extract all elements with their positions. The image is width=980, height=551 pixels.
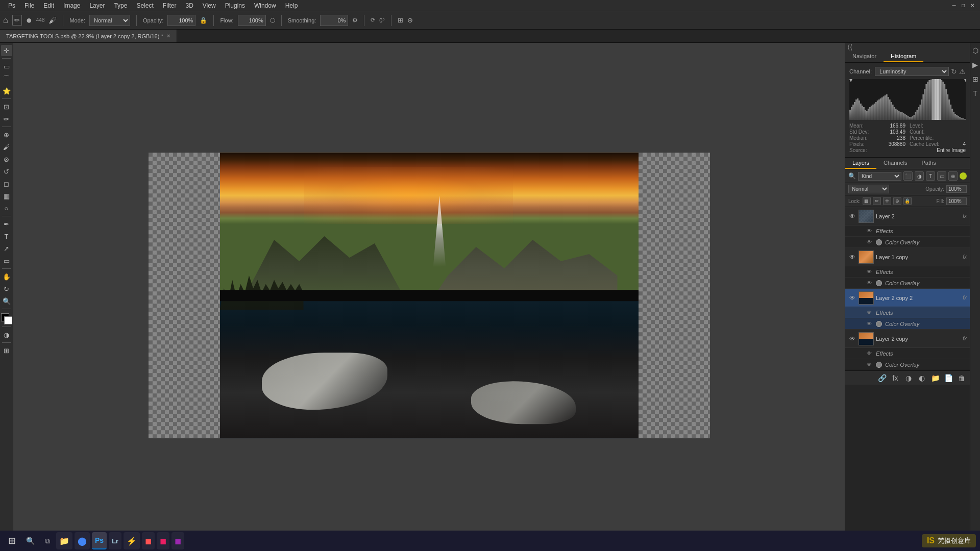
menu-select[interactable]: Select xyxy=(132,1,157,10)
gradient-tool[interactable]: ▦ xyxy=(1,190,12,202)
menu-3d[interactable]: 3D xyxy=(181,1,197,10)
lock-transparent-icon[interactable]: ▦ xyxy=(863,197,871,205)
symmetry-icon[interactable]: ⊕ xyxy=(407,16,413,24)
tab-close-button[interactable]: ✕ xyxy=(166,33,170,39)
hand-tool[interactable]: ✋ xyxy=(1,271,12,282)
opacity-value-input[interactable] xyxy=(946,185,967,193)
taskbar-lightroom[interactable]: Lr xyxy=(109,532,121,549)
menu-filter[interactable]: Filter xyxy=(159,1,181,10)
history-brush-tool[interactable]: ↺ xyxy=(1,166,12,177)
filter-active-toggle[interactable] xyxy=(960,172,967,180)
menu-edit[interactable]: Edit xyxy=(39,1,58,10)
taskbar-app3[interactable]: ◼ xyxy=(172,532,184,549)
quick-mask-toggle[interactable]: ◑ xyxy=(1,329,12,340)
add-mask-button[interactable]: ◑ xyxy=(903,373,914,383)
lock-all-icon[interactable]: 🔒 xyxy=(903,197,912,205)
adjust-icon[interactable]: ⊞ xyxy=(970,73,981,85)
brush-preset-icon[interactable]: 🖌 xyxy=(48,16,57,25)
magic-wand-tool[interactable]: ⭐ xyxy=(1,85,12,96)
taskbar-app2[interactable]: ◼ xyxy=(157,532,169,549)
filter-pixel-icon[interactable]: ⬛ xyxy=(903,171,913,181)
dodge-tool[interactable]: ○ xyxy=(1,203,12,214)
menu-file[interactable]: File xyxy=(20,1,38,10)
fill-value-input[interactable] xyxy=(946,197,967,205)
histogram-warning-icon[interactable]: ⚠ xyxy=(959,67,966,76)
lock-pixels-icon[interactable]: ✏ xyxy=(873,197,881,205)
shape-tool[interactable]: ▭ xyxy=(1,255,12,266)
brush-tool-icon[interactable]: ✏ xyxy=(12,15,22,26)
home-icon[interactable]: ⌂ xyxy=(3,16,8,25)
layer1copy-visibility-toggle[interactable]: 👁 xyxy=(848,253,856,261)
task-view-button[interactable]: ⧉ xyxy=(41,532,54,549)
tab-histogram[interactable]: Histogram xyxy=(884,51,923,62)
layer2copy2-fx[interactable]: fx xyxy=(963,295,967,300)
layer2copy-effects-visibility[interactable]: 👁 xyxy=(866,350,873,357)
pen-tool[interactable]: ✒ xyxy=(1,218,12,230)
heal-tool[interactable]: ⊕ xyxy=(1,129,12,140)
lasso-tool[interactable]: ⌒ xyxy=(1,73,12,84)
layer2copy-color-overlay-visibility[interactable]: 👁 xyxy=(866,361,873,368)
screen-mode[interactable]: ⊞ xyxy=(1,345,12,356)
brush-settings-icon[interactable]: ⊞ xyxy=(398,16,403,24)
smoothing-icon[interactable]: ⚙ xyxy=(352,17,358,24)
taskbar-app1[interactable]: ◼ xyxy=(142,532,155,549)
tab-paths[interactable]: Paths xyxy=(915,158,943,169)
crop-tool[interactable]: ⊡ xyxy=(1,101,12,112)
menu-plugins[interactable]: Plugins xyxy=(221,1,249,10)
search-button[interactable]: 🔍 xyxy=(22,532,39,549)
filter-smart-icon[interactable]: ⊕ xyxy=(948,171,958,181)
brand-area[interactable]: IS 梵摄创意库 xyxy=(922,534,976,547)
play-icon[interactable]: ▶ xyxy=(970,59,981,70)
opacity-lock-icon[interactable]: 🔒 xyxy=(200,17,207,24)
taskbar-file-explorer[interactable]: 📁 xyxy=(56,532,72,549)
lock-position-icon[interactable]: ✛ xyxy=(883,197,891,205)
channel-dropdown[interactable]: Luminosity xyxy=(875,67,949,76)
layer-item-layer2[interactable]: 👁 Layer 2 fx xyxy=(845,207,970,226)
layer2-effects-visibility[interactable]: 👁 xyxy=(866,228,873,235)
menu-window[interactable]: Window xyxy=(250,1,280,10)
layer2copy2-effects-visibility[interactable]: 👁 xyxy=(866,309,873,316)
menu-image[interactable]: Image xyxy=(59,1,84,10)
layer2-visibility-toggle[interactable]: 👁 xyxy=(848,212,856,220)
start-button[interactable]: ⊞ xyxy=(4,532,20,549)
menu-view[interactable]: View xyxy=(199,1,220,10)
text-tool[interactable]: T xyxy=(1,231,12,242)
rotate-tool[interactable]: ↻ xyxy=(1,283,12,294)
blend-mode-dropdown[interactable]: Normal xyxy=(848,185,889,193)
text-panel-icon[interactable]: T xyxy=(970,88,981,99)
link-layers-button[interactable]: 🔗 xyxy=(877,373,887,383)
navigator-icon[interactable]: ⬡ xyxy=(970,45,981,56)
histogram-refresh-icon[interactable]: ↻ xyxy=(951,67,957,76)
filter-search-icon[interactable]: 🔍 xyxy=(848,172,856,180)
layer2copy-visibility-toggle[interactable]: 👁 xyxy=(848,335,856,343)
layer1copy-color-overlay-visibility[interactable]: 👁 xyxy=(866,280,873,287)
taskbar-photoshop[interactable]: Ps xyxy=(92,532,107,549)
menu-help[interactable]: Help xyxy=(281,1,302,10)
document-tab[interactable]: TARGETING TOOLS.psb @ 22.9% (Layer 2 cop… xyxy=(0,30,177,42)
close-button[interactable]: ✕ xyxy=(969,2,976,9)
move-tool[interactable]: ✛ xyxy=(1,45,12,56)
brush-size-icon[interactable]: ● xyxy=(26,14,32,26)
zoom-tool[interactable]: 🔍 xyxy=(1,295,12,307)
layer1copy-effects-visibility[interactable]: 👁 xyxy=(866,268,873,276)
mode-dropdown[interactable]: Normal xyxy=(89,15,130,26)
taskbar-chrome[interactable]: ⬤ xyxy=(75,532,90,549)
layer-item-layer1copy[interactable]: 👁 Layer 1 copy fx xyxy=(845,248,970,266)
layer2copy-fx[interactable]: fx xyxy=(963,336,967,341)
delete-layer-button[interactable]: 🗑 xyxy=(957,373,967,383)
foreground-color[interactable] xyxy=(1,313,12,324)
lock-artboard-icon[interactable]: ⊕ xyxy=(893,197,901,205)
new-adjustment-button[interactable]: ◐ xyxy=(917,373,927,383)
filter-type-icon[interactable]: T xyxy=(926,171,935,181)
tab-layers[interactable]: Layers xyxy=(845,158,876,169)
menu-type[interactable]: Type xyxy=(110,1,131,10)
tab-channels[interactable]: Channels xyxy=(876,158,914,169)
path-select-tool[interactable]: ↗ xyxy=(1,243,12,254)
new-group-button[interactable]: 📁 xyxy=(930,373,940,383)
layer2copy2-color-overlay-visibility[interactable]: 👁 xyxy=(866,320,873,328)
layer-item-layer2copy2[interactable]: 👁 Layer 2 copy 2 fx xyxy=(845,289,970,307)
canvas-area[interactable]: 22.89% xyxy=(13,43,845,537)
smoothing-input[interactable] xyxy=(320,15,348,26)
filter-shape-icon[interactable]: ▭ xyxy=(937,171,946,181)
clone-tool[interactable]: ⊗ xyxy=(1,154,12,165)
